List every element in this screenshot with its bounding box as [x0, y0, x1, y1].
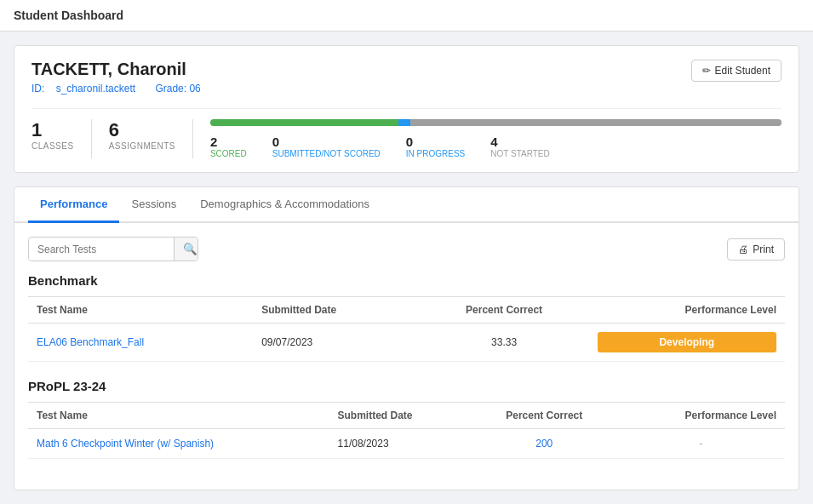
submitted-bar-segment — [398, 119, 409, 126]
student-card: TACKETT, Charonil ID: s_charonil.tackett… — [14, 45, 799, 173]
assignments-value: 6 — [109, 119, 175, 141]
benchmark-percent: 33.33 — [420, 324, 589, 362]
scored-stat: 2 SCORED — [210, 135, 247, 158]
propl-date: 11/08/2023 — [329, 429, 472, 459]
benchmark-title: Benchmark — [28, 273, 785, 288]
submitted-stat: 0 SUBMITTED/NOT SCORED — [272, 135, 381, 158]
scored-value: 2 — [210, 135, 247, 149]
search-box: 🔍 — [28, 237, 198, 261]
propl-table: Test Name Submitted Date Percent Correct… — [28, 402, 785, 459]
classes-value: 1 — [31, 119, 74, 141]
classes-label: CLASSES — [31, 141, 74, 151]
notstarted-stat: 4 NOT STARTED — [490, 135, 549, 158]
benchmark-perf-level: Developing — [589, 324, 785, 362]
pencil-icon: ✏ — [702, 65, 711, 77]
main-content: TACKETT, Charonil ID: s_charonil.tackett… — [0, 32, 813, 504]
stats-row: 1 CLASSES 6 ASSIGNMENTS 2 SCORED — [31, 108, 782, 158]
edit-button-label: Edit Student — [715, 65, 770, 77]
benchmark-table: Test Name Submitted Date Percent Correct… — [28, 296, 785, 362]
propl-col-test: Test Name — [28, 403, 329, 429]
classes-stat: 1 CLASSES — [31, 119, 92, 158]
benchmark-test-name[interactable]: ELA06 Benchmark_Fall — [28, 324, 253, 362]
performance-badge: Developing — [598, 332, 776, 352]
table-row: ELA06 Benchmark_Fall 09/07/2023 33.33 De… — [28, 324, 785, 362]
search-row: 🔍 🖨 Print — [28, 237, 785, 261]
table-row: Math 6 Checkpoint Winter (w/ Spanish) 11… — [28, 429, 785, 459]
propl-test-name[interactable]: Math 6 Checkpoint Winter (w/ Spanish) — [28, 429, 329, 459]
student-id: s_charonil.tackett — [56, 83, 135, 94]
tab-performance[interactable]: Performance — [28, 187, 119, 223]
scored-label: SCORED — [210, 149, 247, 158]
progress-section: 2 SCORED 0 SUBMITTED/NOT SCORED 0 IN PRO… — [210, 119, 782, 158]
assignments-label: ASSIGNMENTS — [109, 141, 175, 151]
search-icon: 🔍 — [183, 243, 198, 255]
student-meta: ID: s_charonil.tackett Grade: 06 — [31, 83, 209, 94]
benchmark-col-date: Submitted Date — [253, 297, 419, 324]
student-header: TACKETT, Charonil ID: s_charonil.tackett… — [31, 60, 782, 94]
propl-col-perf: Performance Level — [617, 403, 785, 429]
printer-icon: 🖨 — [738, 243, 748, 255]
inprogress-label: IN PROGRESS — [406, 149, 465, 158]
notstarted-value: 4 — [490, 135, 549, 149]
student-info: TACKETT, Charonil ID: s_charonil.tackett… — [31, 60, 209, 94]
propl-col-percent: Percent Correct — [472, 403, 617, 429]
benchmark-col-perf: Performance Level — [589, 297, 785, 324]
propl-percent: 200 — [472, 429, 617, 459]
not-started-bar-segment — [410, 119, 782, 126]
tabs-card: Performance Sessions Demographics & Acco… — [14, 186, 799, 490]
student-grade: Grade: 06 — [155, 83, 200, 94]
student-id-label: ID: — [31, 83, 44, 94]
benchmark-date: 09/07/2023 — [253, 324, 419, 362]
propl-col-date: Submitted Date — [329, 403, 472, 429]
tab-demographics[interactable]: Demographics & Accommodations — [188, 187, 381, 223]
assignments-stat: 6 ASSIGNMENTS — [109, 119, 193, 158]
benchmark-col-percent: Percent Correct — [420, 297, 589, 324]
notstarted-label: NOT STARTED — [490, 149, 549, 158]
progress-stats: 2 SCORED 0 SUBMITTED/NOT SCORED 0 IN PRO… — [210, 135, 782, 158]
tabs-nav: Performance Sessions Demographics & Acco… — [14, 187, 799, 223]
student-name: TACKETT, Charonil — [31, 60, 209, 79]
submitted-value: 0 — [272, 135, 381, 149]
tab-content: 🔍 🖨 Print Benchmark Test Name Submitted … — [14, 223, 799, 490]
progress-bar — [210, 119, 782, 126]
page-title: Student Dashboard — [0, 0, 813, 32]
tab-sessions[interactable]: Sessions — [119, 187, 188, 223]
inprogress-value: 0 — [406, 135, 465, 149]
benchmark-col-test: Test Name — [28, 297, 253, 324]
inprogress-stat: 0 IN PROGRESS — [406, 135, 465, 158]
edit-student-button[interactable]: ✏ Edit Student — [691, 60, 782, 82]
scored-bar-segment — [210, 119, 398, 126]
print-button[interactable]: 🖨 Print — [727, 238, 785, 261]
propl-perf-level: - — [617, 429, 785, 459]
submitted-label: SUBMITTED/NOT SCORED — [272, 149, 381, 158]
propl-title: PRoPL 23-24 — [28, 379, 785, 393]
print-label: Print — [753, 243, 774, 255]
search-button[interactable]: 🔍 — [174, 238, 198, 261]
search-input[interactable] — [29, 238, 174, 261]
